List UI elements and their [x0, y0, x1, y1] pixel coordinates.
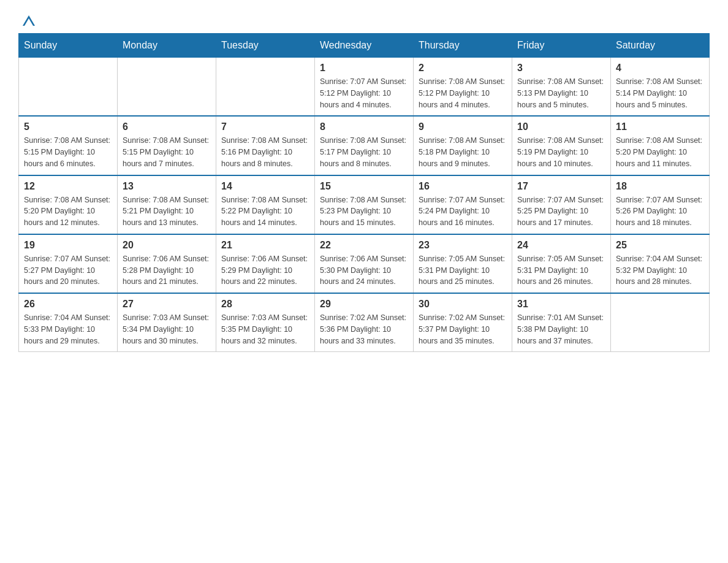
day-header-tuesday: Tuesday: [216, 34, 315, 58]
day-number: 7: [221, 121, 309, 132]
calendar-cell: 3Sunrise: 7:08 AM Sunset: 5:13 PM Daylig…: [512, 58, 611, 117]
calendar-cell: 16Sunrise: 7:07 AM Sunset: 5:24 PM Dayli…: [414, 175, 512, 234]
calendar-cell: 1Sunrise: 7:07 AM Sunset: 5:12 PM Daylig…: [315, 58, 414, 117]
calendar-cell: [611, 293, 710, 352]
day-info: Sunrise: 7:08 AM Sunset: 5:19 PM Dayligh…: [517, 135, 605, 169]
day-number: 14: [221, 181, 309, 192]
calendar-cell: 13Sunrise: 7:08 AM Sunset: 5:21 PM Dayli…: [118, 175, 216, 234]
day-number: 6: [123, 121, 211, 132]
day-header-wednesday: Wednesday: [315, 34, 414, 58]
day-number: 11: [616, 121, 704, 132]
day-info: Sunrise: 7:06 AM Sunset: 5:28 PM Dayligh…: [123, 253, 211, 288]
day-number: 2: [419, 63, 507, 74]
day-info: Sunrise: 7:06 AM Sunset: 5:29 PM Dayligh…: [221, 253, 309, 288]
day-info: Sunrise: 7:07 AM Sunset: 5:26 PM Dayligh…: [616, 194, 704, 229]
calendar-cell: 31Sunrise: 7:01 AM Sunset: 5:38 PM Dayli…: [512, 293, 611, 352]
day-info: Sunrise: 7:08 AM Sunset: 5:20 PM Dayligh…: [616, 135, 704, 169]
day-info: Sunrise: 7:02 AM Sunset: 5:37 PM Dayligh…: [419, 312, 507, 347]
calendar-cell: 14Sunrise: 7:08 AM Sunset: 5:22 PM Dayli…: [216, 175, 315, 234]
day-number: 18: [616, 181, 704, 192]
day-info: Sunrise: 7:07 AM Sunset: 5:12 PM Dayligh…: [320, 76, 408, 110]
day-number: 1: [320, 63, 408, 74]
calendar-cell: 2Sunrise: 7:08 AM Sunset: 5:12 PM Daylig…: [414, 58, 512, 117]
day-info: Sunrise: 7:08 AM Sunset: 5:20 PM Dayligh…: [24, 194, 112, 229]
day-number: 26: [24, 299, 112, 310]
day-number: 17: [517, 181, 605, 192]
week-row-2: 5Sunrise: 7:08 AM Sunset: 5:15 PM Daylig…: [19, 116, 710, 175]
day-info: Sunrise: 7:08 AM Sunset: 5:15 PM Dayligh…: [24, 135, 112, 169]
day-number: 5: [24, 121, 112, 132]
calendar-cell: 8Sunrise: 7:08 AM Sunset: 5:17 PM Daylig…: [315, 116, 414, 175]
day-info: Sunrise: 7:03 AM Sunset: 5:35 PM Dayligh…: [221, 312, 309, 347]
day-number: 16: [419, 181, 507, 192]
day-number: 29: [320, 299, 408, 310]
day-info: Sunrise: 7:08 AM Sunset: 5:14 PM Dayligh…: [616, 76, 704, 110]
week-row-3: 12Sunrise: 7:08 AM Sunset: 5:20 PM Dayli…: [19, 175, 710, 234]
calendar-cell: 20Sunrise: 7:06 AM Sunset: 5:28 PM Dayli…: [118, 234, 216, 293]
calendar-cell: 29Sunrise: 7:02 AM Sunset: 5:36 PM Dayli…: [315, 293, 414, 352]
calendar-cell: 27Sunrise: 7:03 AM Sunset: 5:34 PM Dayli…: [118, 293, 216, 352]
day-number: 8: [320, 121, 408, 132]
day-info: Sunrise: 7:08 AM Sunset: 5:12 PM Dayligh…: [419, 76, 507, 110]
week-row-1: 1Sunrise: 7:07 AM Sunset: 5:12 PM Daylig…: [19, 58, 710, 117]
day-info: Sunrise: 7:01 AM Sunset: 5:38 PM Dayligh…: [517, 312, 605, 347]
calendar: SundayMondayTuesdayWednesdayThursdayFrid…: [18, 33, 710, 352]
calendar-cell: 19Sunrise: 7:07 AM Sunset: 5:27 PM Dayli…: [19, 234, 118, 293]
calendar-cell: [216, 58, 315, 117]
day-number: 13: [123, 181, 211, 192]
day-info: Sunrise: 7:08 AM Sunset: 5:17 PM Dayligh…: [320, 135, 408, 169]
day-number: 15: [320, 181, 408, 192]
day-info: Sunrise: 7:04 AM Sunset: 5:33 PM Dayligh…: [24, 312, 112, 347]
day-info: Sunrise: 7:07 AM Sunset: 5:24 PM Dayligh…: [419, 194, 507, 229]
calendar-cell: 21Sunrise: 7:06 AM Sunset: 5:29 PM Dayli…: [216, 234, 315, 293]
calendar-cell: 15Sunrise: 7:08 AM Sunset: 5:23 PM Dayli…: [315, 175, 414, 234]
day-number: 12: [24, 181, 112, 192]
day-header-saturday: Saturday: [611, 34, 710, 58]
calendar-cell: 17Sunrise: 7:07 AM Sunset: 5:25 PM Dayli…: [512, 175, 611, 234]
day-header-monday: Monday: [118, 34, 216, 58]
logo-icon: [20, 12, 38, 31]
day-info: Sunrise: 7:08 AM Sunset: 5:16 PM Dayligh…: [221, 135, 309, 169]
day-number: 22: [320, 240, 408, 251]
calendar-cell: 10Sunrise: 7:08 AM Sunset: 5:19 PM Dayli…: [512, 116, 611, 175]
day-number: 21: [221, 240, 309, 251]
calendar-cell: 6Sunrise: 7:08 AM Sunset: 5:15 PM Daylig…: [118, 116, 216, 175]
day-header-sunday: Sunday: [19, 34, 118, 58]
day-info: Sunrise: 7:08 AM Sunset: 5:23 PM Dayligh…: [320, 194, 408, 229]
day-number: 23: [419, 240, 507, 251]
week-row-4: 19Sunrise: 7:07 AM Sunset: 5:27 PM Dayli…: [19, 234, 710, 293]
day-info: Sunrise: 7:06 AM Sunset: 5:30 PM Dayligh…: [320, 253, 408, 288]
day-info: Sunrise: 7:04 AM Sunset: 5:32 PM Dayligh…: [616, 253, 704, 288]
day-number: 28: [221, 299, 309, 310]
calendar-cell: 12Sunrise: 7:08 AM Sunset: 5:20 PM Dayli…: [19, 175, 118, 234]
calendar-cell: 9Sunrise: 7:08 AM Sunset: 5:18 PM Daylig…: [414, 116, 512, 175]
day-header-friday: Friday: [512, 34, 611, 58]
calendar-cell: 23Sunrise: 7:05 AM Sunset: 5:31 PM Dayli…: [414, 234, 512, 293]
day-number: 24: [517, 240, 605, 251]
day-number: 19: [24, 240, 112, 251]
day-info: Sunrise: 7:08 AM Sunset: 5:21 PM Dayligh…: [123, 194, 211, 229]
logo: [18, 12, 39, 27]
calendar-cell: [19, 58, 118, 117]
day-info: Sunrise: 7:05 AM Sunset: 5:31 PM Dayligh…: [419, 253, 507, 288]
calendar-cell: 7Sunrise: 7:08 AM Sunset: 5:16 PM Daylig…: [216, 116, 315, 175]
calendar-cell: 18Sunrise: 7:07 AM Sunset: 5:26 PM Dayli…: [611, 175, 710, 234]
calendar-cell: 28Sunrise: 7:03 AM Sunset: 5:35 PM Dayli…: [216, 293, 315, 352]
calendar-cell: 11Sunrise: 7:08 AM Sunset: 5:20 PM Dayli…: [611, 116, 710, 175]
day-info: Sunrise: 7:08 AM Sunset: 5:22 PM Dayligh…: [221, 194, 309, 229]
calendar-cell: 4Sunrise: 7:08 AM Sunset: 5:14 PM Daylig…: [611, 58, 710, 117]
day-number: 30: [419, 299, 507, 310]
day-number: 3: [517, 63, 605, 74]
day-number: 4: [616, 63, 704, 74]
calendar-cell: [118, 58, 216, 117]
calendar-cell: 5Sunrise: 7:08 AM Sunset: 5:15 PM Daylig…: [19, 116, 118, 175]
day-info: Sunrise: 7:05 AM Sunset: 5:31 PM Dayligh…: [517, 253, 605, 288]
calendar-cell: 26Sunrise: 7:04 AM Sunset: 5:33 PM Dayli…: [19, 293, 118, 352]
day-number: 9: [419, 121, 507, 132]
calendar-cell: 30Sunrise: 7:02 AM Sunset: 5:37 PM Dayli…: [414, 293, 512, 352]
day-number: 10: [517, 121, 605, 132]
day-header-thursday: Thursday: [414, 34, 512, 58]
day-info: Sunrise: 7:07 AM Sunset: 5:27 PM Dayligh…: [24, 253, 112, 288]
calendar-cell: 22Sunrise: 7:06 AM Sunset: 5:30 PM Dayli…: [315, 234, 414, 293]
day-number: 31: [517, 299, 605, 310]
